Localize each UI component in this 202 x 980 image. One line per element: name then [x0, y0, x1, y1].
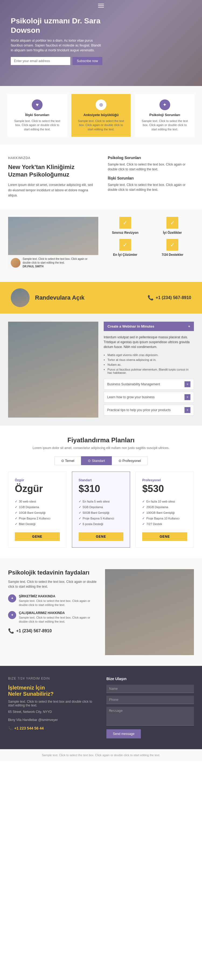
feature-item-0: ✓ Sınırsız Revizyon [104, 217, 147, 235]
about-right: Psikolog Sorunları Sample text. Click to… [103, 156, 194, 198]
webinar-accordion-1[interactable]: Learn how to grow your business + [104, 392, 194, 402]
tab-basic[interactable]: ⊙ Temel [55, 456, 81, 465]
tab-standard-label: ⊙ Standart [88, 459, 105, 463]
card-psychology-title: Psikoloji Sorunları [140, 113, 189, 117]
contact-phone-input[interactable] [106, 696, 194, 704]
email-input[interactable] [11, 57, 70, 65]
contact-submit-button[interactable]: Send message [106, 729, 141, 738]
card-relationship-text: Sample text. Click to select the text bo… [13, 119, 62, 131]
cards-row: ♥ İlişki Sorunları Sample text. Click to… [0, 86, 202, 145]
about-right-heading2: İlişki Sorunları [108, 176, 194, 180]
benefits-phone-icon: 📞 [8, 628, 14, 634]
plan-professional-feat-0: En fazla 10 web sitesi [142, 499, 187, 504]
cta-text: Randevulara Açık [35, 294, 142, 301]
contact-address2: Bkny Vila Handlebar @ismimveyer [8, 718, 96, 722]
benefit-icon-1: ✦ [8, 611, 16, 619]
plan-free-feat-0: 30 web sitesi [15, 499, 60, 504]
person-badge: Sample text. Click to select the text bo… [8, 255, 98, 270]
plan-standard-features: En fazla 5 web sitesi 5GB Depolama 50GB … [79, 499, 123, 527]
cta-image [11, 288, 30, 307]
webinar-section: Create a Webinar in Minutes + Interdum v… [0, 313, 202, 426]
tab-professional[interactable]: ⊙ Profesyonel [112, 456, 147, 465]
plan-standard-button[interactable]: GENE [79, 532, 123, 541]
plan-free-feat-2: 10GB Bant Genişliği [15, 510, 60, 515]
webinar-top-title: Create a Webinar in Minutes [107, 325, 154, 328]
plan-standard-feat-0: En fazla 5 web sitesi [79, 499, 123, 504]
contact-form-title: Bize Ulaşın [106, 677, 194, 681]
contact-message-input[interactable] [106, 707, 194, 725]
plan-free-price: Özgür [15, 483, 60, 495]
pricing-section: Fiyatlandırma Planları Lorem ipsum dolor… [0, 426, 202, 558]
card-anxiety-icon: ⊕ [96, 99, 106, 110]
benefit-text-0: ŞİRKETİMİZ HAKKINDA Sample text. Click t… [19, 594, 97, 607]
hero-description: Morbi aliquam ut porttitor leo a diam. A… [11, 38, 103, 52]
webinar-accordion-label-0: Business Sustainability Management [107, 382, 160, 386]
plan-professional-button[interactable]: GENE [142, 532, 187, 541]
phone-icon: 📞 [147, 295, 154, 301]
plan-professional-feat-2: 100GB Bant Genişliği [142, 510, 187, 515]
benefit-desc-1: Sample text. Click to select the text bo… [19, 616, 97, 624]
benefits-title: Psikolojik tedavinin faydaları [8, 569, 97, 576]
card-psychology[interactable]: ✦ Psikoloji Sorunları Sample text. Click… [135, 94, 194, 137]
about-title: New York'tan Kliniğimiz Uzman Psikoloğum… [8, 163, 94, 178]
webinar-top-bar[interactable]: Create a Webinar in Minutes + [104, 321, 194, 331]
benefit-item-0: ✦ ŞİRKETİMİZ HAKKINDA Sample text. Click… [8, 594, 97, 607]
about-description: Lorem ipsum dolor sit amet, consectetur … [8, 183, 94, 198]
plan-standard-feat-4: 6 posta Desteği [79, 521, 123, 527]
webinar-list-item-2: Nullam ac. [104, 362, 194, 367]
webinar-accordion-0[interactable]: Business Sustainability Management + [104, 379, 194, 390]
benefits-phone[interactable]: 📞 +1 (234) 567-8910 [8, 628, 97, 634]
footer-note: Sample text. Click to select the text bo… [0, 749, 202, 761]
benefit-desc-0: Sample text. Click to select the text bo… [19, 599, 97, 607]
feature-item-1: ✓ İyi Özellikler [151, 217, 194, 235]
webinar-accordion-label-1: Learn how to grow your business [107, 395, 155, 399]
plan-standard-feat-2: 50GB Bant Genişliği [79, 510, 123, 515]
feature-check-0: ✓ [119, 217, 131, 229]
webinar-accordion-icon-0[interactable]: + [184, 381, 191, 387]
card-relationship-icon: ♥ [32, 99, 43, 110]
plan-standard: Standart $310 En fazla 5 web sitesi 5GB … [72, 472, 130, 548]
feature-item-2: ✓ En İyi Çözümler [104, 239, 147, 257]
benefits-image-bg [105, 569, 194, 655]
feature-label-3: 7/24 Destekler [151, 253, 194, 257]
webinar-list-item-0: Mattis eget viverra nibh cras dignissim. [104, 353, 194, 357]
webinar-list-item-1: Tortor at risus viverra adipiscing at in… [104, 357, 194, 362]
contact-phone-line[interactable]: 📞 +1 223 544 56 44 [8, 726, 96, 730]
benefits-phone-number: +1 (234) 567-8910 [16, 628, 52, 633]
contact-left: Bize 7/24 Yardım Edin İşletmeniz İçin Ne… [8, 677, 96, 738]
card-relationship[interactable]: ♥ İlişki Sorunları Sample text. Click to… [8, 94, 67, 137]
benefits-section: Psikolojik tedavinin faydaları Sample te… [0, 558, 202, 666]
feature-label-1: İyi Özellikler [151, 231, 194, 235]
tab-professional-label: ⊙ Profesyonel [119, 459, 141, 463]
plan-standard-feat-1: 5GB Depolama [79, 504, 123, 510]
tab-basic-label: ⊙ Temel [61, 459, 74, 463]
contact-help-label: Bize 7/24 Yardım Edin [8, 677, 96, 680]
cta-phone[interactable]: 📞 +1 (234) 567-8910 [147, 295, 191, 301]
plan-standard-price: $310 [79, 483, 123, 495]
hero-section: Psikoloji uzmanı Dr. Sara Dowson Morbi a… [0, 0, 202, 86]
menu-icon[interactable] [98, 4, 104, 8]
contact-form: Send message [106, 685, 194, 738]
plan-professional-name: Profesyonel [142, 478, 187, 482]
webinar-accordion-icon-2[interactable]: + [184, 407, 191, 413]
feature-check-2: ✓ [119, 239, 131, 251]
webinar-accordion-icon-1[interactable]: + [184, 394, 191, 400]
features-grid: ✓ Sınırsız Revizyon ✓ İyi Özellikler ✓ E… [104, 217, 194, 257]
features-right: ✓ Sınırsız Revizyon ✓ İyi Özellikler ✓ E… [104, 217, 194, 274]
contact-name-input[interactable] [106, 685, 194, 693]
webinar-accordion-2[interactable]: Practical tips to help you price your pr… [104, 405, 194, 415]
webinar-plus-icon[interactable]: + [188, 325, 190, 328]
features-image: Sample text. Click to select the text bo… [8, 217, 98, 270]
about-right-text1: Sample text. Click to select the text bo… [108, 162, 194, 172]
card-psychology-icon: ✦ [159, 99, 170, 110]
person-text: Sample text. Click to select the text bo… [22, 257, 96, 269]
plan-professional: Profesyonel $530 En fazla 10 web sitesi … [135, 472, 194, 548]
card-anxiety[interactable]: ⊕ Anksiyete büyüklüğü Sample text. Click… [71, 94, 131, 137]
tab-standard[interactable]: ⊙ Standart [81, 456, 112, 465]
subscribe-button[interactable]: Subscribe now [72, 57, 103, 65]
contact-description: Sample text. Click to select the text bo… [8, 700, 96, 707]
contact-address: 65 Street, Network City, NYYD [8, 710, 96, 714]
about-label: HAKKIMIZDA [8, 156, 94, 161]
cta-image-bg [11, 288, 30, 307]
plan-free-button[interactable]: GENE [15, 532, 60, 541]
